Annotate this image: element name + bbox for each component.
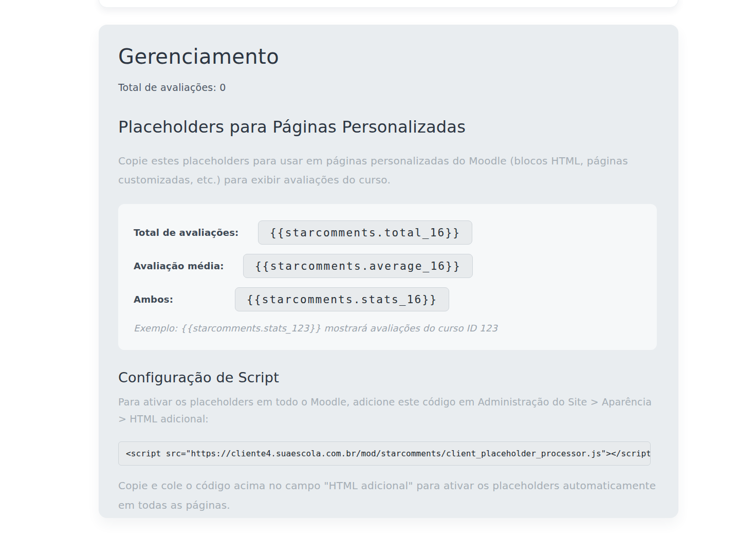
script-config-footer: Copie e cole o código acima no campo "HT…: [118, 476, 659, 515]
placeholder-average-code: {{starcomments.average_16}}: [243, 254, 473, 278]
placeholders-description: Copie estes placeholders para usar em pá…: [118, 152, 653, 190]
total-ratings-text: Total de avaliações: 0: [118, 82, 659, 93]
previous-card-bottom-edge: [99, 0, 678, 8]
placeholders-panel: Total de avaliações: {{starcomments.tota…: [118, 204, 657, 350]
placeholder-row-both: Ambos: {{starcomments.stats_16}}: [134, 287, 641, 311]
placeholder-total-label: Total de avaliações:: [134, 227, 251, 238]
page: Gerenciamento Total de avaliações: 0 Pla…: [0, 0, 756, 555]
placeholder-both-code: {{starcomments.stats_16}}: [235, 287, 449, 311]
placeholder-row-average: Avaliação média: {{starcomments.average_…: [134, 254, 641, 278]
script-code-text: <script src="https://cliente4.suaescola.…: [126, 449, 651, 458]
placeholder-both-label: Ambos:: [134, 294, 228, 305]
script-config-description: Para ativar os placeholders em todo o Mo…: [118, 394, 659, 428]
placeholder-example-text: Exemplo: {{starcomments.stats_123}} most…: [134, 323, 641, 334]
management-card: Gerenciamento Total de avaliações: 0 Pla…: [99, 25, 678, 518]
placeholder-row-total: Total de avaliações: {{starcomments.tota…: [134, 220, 641, 245]
placeholders-heading: Placeholders para Páginas Personalizadas: [118, 117, 659, 137]
page-title: Gerenciamento: [118, 44, 659, 69]
placeholder-average-label: Avaliação média:: [134, 261, 236, 271]
placeholder-total-code: {{starcomments.total_16}}: [258, 220, 472, 245]
script-config-heading: Configuração de Script: [118, 369, 659, 386]
script-code-box: <script src="https://cliente4.suaescola.…: [118, 441, 651, 466]
